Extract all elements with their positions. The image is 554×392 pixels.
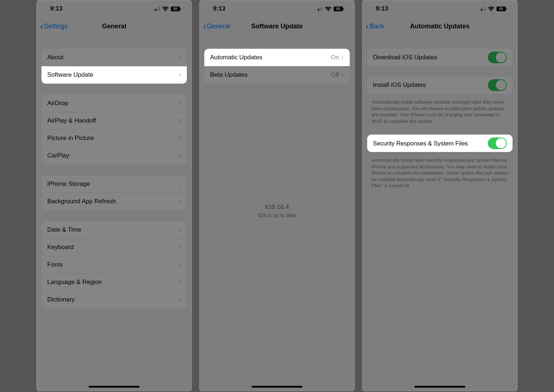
panel-automatic-updates: 9:13 80 ‹ Back Automatic Updates Downloa… [362, 0, 518, 391]
chevron-left-icon: ‹ [203, 21, 206, 31]
status-time: 9:13 [376, 5, 388, 12]
svg-rect-10 [322, 7, 323, 11]
status-bar: 9:13 80 [37, 1, 191, 17]
nav-bar: ‹ Back Automatic Updates [363, 17, 517, 36]
back-button[interactable]: ‹ General [203, 21, 230, 31]
chevron-right-icon: › [178, 225, 181, 235]
group-airdrop: AirDrop› AirPlay & Handoff› Picture in P… [41, 95, 187, 164]
row-airplay[interactable]: AirPlay & Handoff› [41, 112, 187, 129]
row-value: Off [331, 71, 339, 79]
chevron-right-icon: › [178, 53, 181, 62]
toggle-on-icon[interactable] [488, 137, 507, 149]
row-label: Date & Time [47, 226, 178, 233]
status-right: 80 [479, 7, 507, 11]
install-footer: Automatically install software updates o… [363, 96, 517, 126]
row-about[interactable]: About › [41, 49, 187, 66]
group-storage: iPhone Storage› Background App Refresh› [41, 175, 187, 210]
row-security-responses[interactable]: Security Responses & System Files [367, 135, 513, 152]
svg-rect-19 [506, 8, 507, 10]
ios-status-block: iOS 16.4 iOS is up to date [200, 204, 354, 218]
row-install-ios[interactable]: Install iOS Updates [367, 76, 513, 94]
row-automatic-updates[interactable]: Automatic Updates On › [204, 49, 350, 66]
nav-bar: ‹ Settings General [37, 17, 191, 36]
group-download: Download iOS Updates [367, 49, 513, 66]
home-indicator[interactable] [414, 386, 465, 388]
row-airdrop[interactable]: AirDrop› [41, 95, 187, 112]
row-language[interactable]: Language & Region› [41, 273, 187, 291]
row-label: Dictionary [47, 296, 178, 303]
svg-rect-7 [316, 9, 317, 11]
signal-icon [316, 7, 323, 11]
row-software-update[interactable]: Software Update › [41, 66, 187, 84]
chevron-right-icon: › [178, 151, 181, 160]
chevron-right-icon: › [178, 99, 181, 108]
home-indicator[interactable] [89, 386, 140, 388]
row-label: Automatic Updates [210, 54, 331, 61]
row-value: On [331, 54, 339, 61]
svg-rect-2 [157, 8, 158, 11]
group-security: Security Responses & System Files [367, 135, 513, 152]
row-label: Software Update [47, 71, 178, 79]
toggle-on-icon[interactable] [488, 79, 507, 91]
wifi-icon [488, 7, 494, 11]
row-background-refresh[interactable]: Background App Refresh› [41, 193, 187, 210]
status-time: 9:13 [50, 5, 63, 12]
row-label: Beta Updates [210, 71, 331, 79]
row-label: iPhone Storage [47, 180, 178, 188]
svg-text:80: 80 [336, 7, 341, 11]
security-footer: Automatically install rapid security res… [363, 154, 517, 191]
status-right: 80 [316, 7, 344, 11]
row-datetime[interactable]: Date & Time› [41, 221, 187, 239]
svg-rect-9 [320, 8, 321, 11]
chevron-right-icon: › [178, 197, 181, 206]
panel-software-update: 9:13 80 ‹ General Software Update Automa… [199, 0, 355, 391]
nav-bar: ‹ General Software Update [200, 17, 354, 36]
row-label: Download iOS Updates [373, 54, 488, 61]
signal-icon [153, 7, 160, 11]
row-storage[interactable]: iPhone Storage› [41, 175, 187, 193]
chevron-right-icon: › [178, 70, 181, 80]
group-updates: Automatic Updates On › Beta Updates Off … [204, 49, 350, 84]
wifi-icon [325, 7, 332, 11]
chevron-left-icon: ‹ [40, 21, 43, 31]
back-label: General [207, 23, 230, 30]
row-pip[interactable]: Picture in Picture› [41, 129, 187, 147]
chevron-right-icon: › [178, 243, 181, 252]
svg-rect-14 [479, 9, 480, 11]
row-carplay[interactable]: CarPlay› [41, 147, 187, 164]
row-dictionary[interactable]: Dictionary› [41, 291, 187, 308]
chevron-right-icon: › [178, 179, 181, 189]
signal-icon [479, 7, 486, 11]
toggle-on-icon[interactable] [488, 52, 507, 63]
chevron-right-icon: › [178, 277, 181, 287]
row-download-ios[interactable]: Download iOS Updates [367, 49, 513, 66]
group-datetime: Date & Time› Keyboard› Fonts› Language &… [41, 221, 187, 308]
row-label: Fonts [47, 261, 178, 268]
panel-general: 9:13 80 ‹ Settings General About › [36, 0, 192, 391]
row-label: Language & Region [47, 279, 178, 286]
ios-status: iOS is up to date [200, 212, 354, 218]
home-indicator[interactable] [252, 386, 302, 388]
svg-rect-12 [343, 8, 344, 10]
row-fonts[interactable]: Fonts› [41, 256, 187, 273]
status-right: 80 [153, 7, 181, 11]
back-label: Settings [44, 23, 68, 30]
chevron-left-icon: ‹ [366, 21, 369, 31]
svg-rect-17 [485, 7, 486, 11]
svg-rect-15 [481, 9, 482, 11]
chevron-right-icon: › [178, 295, 181, 304]
battery-icon: 80 [497, 7, 507, 11]
back-button[interactable]: ‹ Settings [40, 21, 68, 31]
chevron-right-icon: › [178, 133, 181, 143]
row-label: AirPlay & Handoff [47, 117, 178, 124]
content: Download iOS Updates Install iOS Updates… [363, 49, 517, 191]
chevron-right-icon: › [341, 53, 344, 62]
nav-title: General [102, 23, 126, 30]
battery-icon: 80 [334, 7, 344, 11]
row-beta-updates[interactable]: Beta Updates Off › [204, 66, 350, 84]
content: Automatic Updates On › Beta Updates Off … [200, 49, 354, 218]
chevron-right-icon: › [178, 116, 181, 125]
back-button[interactable]: ‹ Back [366, 21, 384, 31]
row-keyboard[interactable]: Keyboard› [41, 239, 187, 256]
battery-icon: 80 [171, 7, 181, 11]
